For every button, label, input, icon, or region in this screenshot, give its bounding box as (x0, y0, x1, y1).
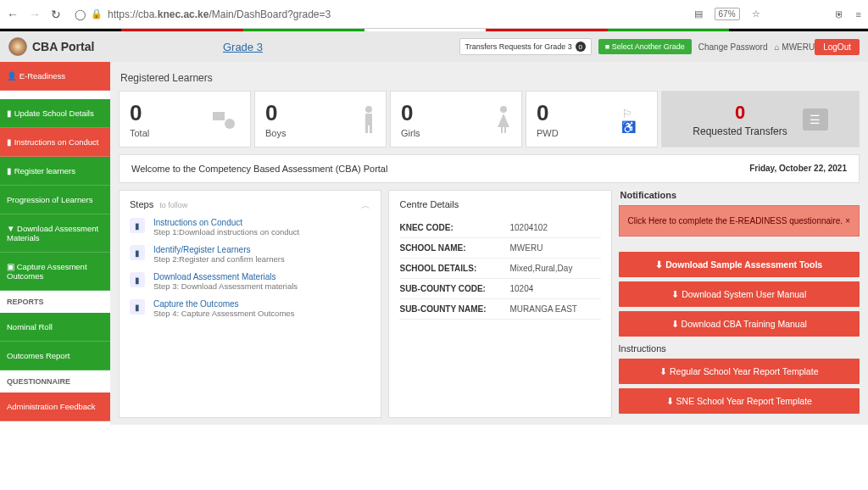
kv-key: SUB-COUNTY CODE: (399, 284, 509, 293)
sidebar-item-nominal-roll[interactable]: Nominal Roll (0, 313, 110, 342)
file-icon: ▮ (7, 137, 14, 147)
download-icon: ⬇ (671, 289, 682, 299)
transfers-badge: 0 (576, 42, 586, 52)
sne-template-button[interactable]: ⬇ SNE School Year Report Template (619, 388, 860, 414)
centre-title: Centre Details (399, 199, 600, 209)
logout-button[interactable]: LogOut (815, 39, 860, 55)
kv-subcounty-code: SUB-COUNTY CODE:10204 (399, 279, 600, 299)
steps-subtitle: to follow (159, 201, 187, 209)
stat-requested-transfers[interactable]: 0Requested Transfers ☰ (661, 91, 860, 148)
step-4[interactable]: ▮Capture the OutcomesStep 4: Capture Ass… (130, 299, 370, 318)
stat-pwd-num: 0 (537, 100, 559, 126)
nav-buttons: ← → ↻ (7, 8, 61, 21)
stat-req-lbl: Requested Transfers (693, 125, 787, 137)
kv-key: SCHOOL DETAILS: (399, 264, 509, 273)
dl-label: Download Sample Assessment Tools (665, 259, 822, 270)
grade-link[interactable]: Grade 3 (223, 41, 263, 53)
lock-icon: 🔒 (91, 8, 103, 19)
url-bar[interactable]: ◯ 🔒 https://cba.knec.ac.ke/Main/DashBoar… (70, 8, 686, 20)
doc-icon: ▮ (130, 218, 145, 233)
star-icon[interactable]: ☆ (752, 8, 760, 19)
sidebar-spacer (0, 91, 110, 99)
ereadiness-alert[interactable]: Click Here to complete the E-READINESS q… (619, 205, 860, 237)
step-2[interactable]: ▮Identify/Register LearnersStep 2:Regist… (130, 245, 370, 264)
step-1[interactable]: ▮Instructions on ConductStep 1:Download … (130, 218, 370, 237)
sidebar-item-download-materials[interactable]: ▼ Download Assessment Materials (0, 214, 110, 253)
kv-key: SCHOOL NAME: (399, 243, 509, 253)
welcome-date: Friday, October 22, 2021 (749, 164, 847, 174)
dl-label: Download CBA Training Manual (682, 319, 807, 329)
stat-total-num: 0 (130, 100, 149, 126)
menu-icon[interactable]: ≡ (856, 9, 861, 19)
close-icon[interactable]: × (845, 216, 850, 226)
registered-learners-title: Registered Learners (120, 72, 860, 84)
stat-girls: 0Girls (390, 91, 522, 148)
back-icon[interactable]: ← (7, 8, 19, 21)
sidebar-item-instructions[interactable]: ▮ Instructions on Conduct (0, 128, 110, 157)
dl-label: Regular School Year Report Template (670, 366, 819, 376)
download-icon: ⬇ (666, 396, 676, 406)
male-icon (362, 104, 376, 134)
kv-school-name: SCHOOL NAME:MWERU (399, 238, 600, 259)
user-label: MWERU (782, 42, 815, 52)
app-title: CBA Portal (32, 40, 94, 53)
accessibility-icon: 🏳♿ (621, 105, 647, 133)
download-icon: ⬇ (655, 259, 665, 270)
sidebar-item-admin-feedback[interactable]: Administration Feedback (0, 393, 110, 421)
welcome-msg: Welcome to the Competency Based Assessme… (131, 164, 387, 174)
doc-icon: ▮ (130, 299, 145, 315)
stat-pwd: 0PWD 🏳♿ (526, 91, 658, 148)
check-icon: ■ (605, 42, 612, 51)
svg-rect-3 (365, 114, 372, 125)
svg-marker-7 (498, 114, 509, 127)
centre-card: Centre Details KNEC CODE:10204102 SCHOOL… (388, 190, 611, 418)
file-icon: ▮ (7, 166, 14, 175)
user-link[interactable]: ⌂ MWERU (774, 42, 815, 52)
sidebar-item-progression[interactable]: Progression of Learners (0, 186, 110, 214)
select-another-grade-button[interactable]: ■ Select Another Grade (598, 39, 692, 54)
shield2-icon[interactable]: ⛨ (835, 9, 844, 19)
stat-boys-lbl: Boys (265, 128, 286, 138)
stat-boys-num: 0 (265, 100, 286, 126)
download-sample-tools-button[interactable]: ⬇ Download Sample Assessment Tools (619, 252, 860, 277)
kv-key: KNEC CODE: (399, 223, 509, 232)
female-icon (496, 104, 511, 134)
ereadiness-text: Click Here to complete the E-READINESS q… (628, 216, 843, 226)
chevron-up-icon[interactable]: ︿ (361, 199, 370, 212)
reader-icon[interactable]: ▤ (694, 8, 703, 19)
sidebar-item-update-school[interactable]: ▮ Update School Details (0, 99, 110, 128)
download-user-manual-button[interactable]: ⬇ Download System User Manual (619, 281, 860, 307)
doc-icon: ▮ (130, 272, 145, 287)
sidebar-label: Download Assessment Materials (7, 224, 98, 242)
transfers-requests[interactable]: Transfers Requests for Grade 3 0 (459, 38, 592, 55)
zoom-level[interactable]: 67% (715, 8, 740, 20)
step-title: Identify/Register Learners (153, 245, 285, 254)
regular-template-button[interactable]: ⬇ Regular School Year Report Template (619, 359, 860, 384)
kv-school-details: SCHOOL DETAILS:Mixed,Rural,Day (399, 259, 600, 279)
list-icon: ☰ (803, 109, 828, 131)
step-desc: Step 4: Capture Assessment Outcomes (153, 309, 294, 318)
kv-knec: KNEC CODE:10204102 (399, 218, 600, 238)
sidebar-item-ereadiness[interactable]: 👤 E-Readiness (0, 62, 110, 91)
change-password-link[interactable]: Change Password (698, 42, 768, 52)
reload-icon[interactable]: ↻ (51, 8, 61, 21)
instructions-title: Instructions (619, 343, 860, 354)
forward-icon[interactable]: → (29, 8, 41, 21)
sidebar-heading-reports: REPORTS (0, 291, 110, 313)
stat-req-num: 0 (693, 102, 787, 124)
download-icon: ▼ (7, 224, 17, 233)
download-training-manual-button[interactable]: ⬇ Download CBA Training Manual (619, 311, 860, 337)
browser-bar: ← → ↻ ◯ 🔒 https://cba.knec.ac.ke/Main/Da… (0, 0, 868, 29)
stat-girls-num: 0 (401, 100, 420, 126)
step-title: Download Assessment Materials (153, 272, 298, 281)
step-3[interactable]: ▮Download Assessment MaterialsStep 3: Do… (130, 272, 370, 291)
stat-girls-lbl: Girls (401, 128, 420, 138)
kv-val: MWERU (509, 243, 542, 253)
logo-icon (8, 37, 27, 56)
svg-rect-9 (504, 127, 506, 133)
sidebar-item-outcomes-report[interactable]: Outcomes Report (0, 342, 110, 370)
svg-text:♿: ♿ (621, 120, 637, 133)
kv-val: 10204102 (509, 223, 548, 232)
sidebar-item-register[interactable]: ▮ Register learners (0, 157, 110, 186)
sidebar-item-capture-outcomes[interactable]: ▣ Capture Assesment Outcomes (0, 253, 110, 291)
